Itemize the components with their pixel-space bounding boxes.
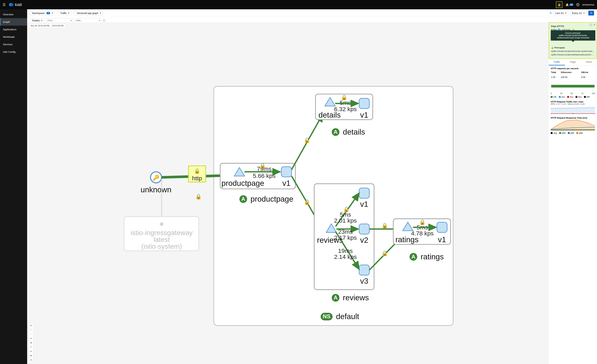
namespace-selector[interactable]: Namespace: 2 ▼ [30,11,55,15]
principal-2[interactable]: spiffe://cluster.local/ns/default/sa/boo… [551,54,595,56]
principal-1[interactable]: spiffe://cluster.local/ns/enroute-system… [551,50,595,52]
layout-6-button[interactable]: ✸ [29,354,33,358]
svg-text:v1: v1 [360,111,368,119]
app-badge-reviews[interactable]: A reviews [332,293,369,302]
layout-5-button[interactable]: ✷ [29,349,33,354]
graph-svg[interactable]: 🔑 unknown 🔒 http 🔒 ✱ istio-ingressgatewa… [27,22,597,364]
panel-settings-icon[interactable]: ⚙ [593,24,595,26]
svg-point-50 [572,113,573,114]
ingress-line1: istio-ingressgateway [131,229,193,237]
svg-text:🔒: 🔒 [382,222,388,229]
namespace-label: Namespace: [32,12,45,15]
refresh-interval-label: Every 1m [572,12,582,15]
masthead-tools: 🔒 🔔 1 ? anonymous [556,1,594,8]
notifications-button[interactable]: 🔔 1 [566,3,573,6]
display-label: Display [32,19,40,22]
caret-down-icon: ▼ [100,12,101,14]
layout-2-button[interactable]: ⇉ [29,336,33,341]
fit-button[interactable]: ⊕ [29,323,33,328]
layout-4-button[interactable]: ✶ [29,345,33,349]
svg-text:details: details [318,111,341,119]
side-panel: ? ⚙ Edge (HTTP) From: U unknown 🔒 To: So… [549,22,597,364]
time-range-selector[interactable]: Last 1m ▼ [554,11,569,15]
svg-text:2.17 kps: 2.17 kps [334,234,357,241]
refresh-interval-selector[interactable]: Every 1m ▼ [570,11,587,15]
rps-section-title: HTTP requests per second: [551,67,595,70]
caret-down-icon: ▼ [51,12,53,14]
zoom-button[interactable]: ⤢ [29,328,33,332]
brand-logo-icon [9,2,14,7]
traffic-selector[interactable]: Traffic ▼ [58,11,71,15]
workload-square-icon[interactable] [359,224,369,234]
brand-logo[interactable]: kiali [9,2,22,7]
refresh-button[interactable]: ⟳ [588,11,594,15]
workload-square-icon[interactable] [437,222,447,232]
find-dropdown-toggle[interactable]: ▾ [70,20,73,22]
workload-square-icon[interactable] [359,188,369,198]
svg-text:🔒: 🔒 [304,199,310,205]
svg-text:A: A [334,129,338,135]
app-badge-ratings[interactable]: A ratings [409,252,444,261]
minmax-title: HTTP Request Traffic min / max: [551,101,595,103]
svg-text:A: A [411,254,415,260]
svg-text:details: details [343,128,365,136]
workload-square-icon[interactable] [359,98,369,109]
mtls-lock-button[interactable]: 🔒 [556,1,563,8]
tab-hosts[interactable]: Hosts [581,59,597,65]
svg-text:A: A [334,294,338,301]
graph-type-selector[interactable]: Versioned app graph ▼ [75,11,103,15]
help-button[interactable]: ? [576,3,579,6]
svg-text:v2: v2 [360,236,368,244]
traffic-label: Traffic [60,12,67,15]
svg-text:5ms: 5ms [340,99,351,106]
sidebar-item-services[interactable]: Services [0,41,27,48]
replay-icon[interactable]: ↻ [550,11,552,15]
layout-1-button[interactable]: → [29,332,33,336]
hide-input[interactable] [75,18,98,23]
find-input[interactable] [46,18,70,23]
caret-down-icon: ▼ [68,12,70,14]
principals-label: Principals: [554,46,565,49]
legend-toggle-button[interactable]: ☰ [29,358,33,362]
namespace-badge[interactable]: NS default [321,312,359,321]
rt-title: HTTP Request Response Time (ms) [551,117,595,119]
productpage-label: productpage [221,179,264,187]
sidebar-item-overview[interactable]: Overview [0,11,27,18]
username-label[interactable]: anonymous [582,3,594,6]
tab-flags[interactable]: Flags [565,59,581,65]
td-error: 0.00 [581,75,595,79]
graph-node-unknown-label: unknown [141,185,172,194]
workload-square-icon[interactable] [281,167,292,177]
lock-icon: 🔒 [558,3,561,6]
notifications-count: 1 [570,3,573,6]
edge-title: Edge (HTTP) [551,25,564,27]
svg-point-54 [573,127,573,128]
edge-summary-section: ? ⚙ Edge (HTTP) From: U unknown 🔒 To: So… [549,22,597,59]
sidebar-item-graph[interactable]: Graph [0,18,27,26]
sidebar-item-workloads[interactable]: Workloads [0,33,27,41]
workload-square-icon[interactable] [359,265,369,275]
svg-point-53 [573,129,573,130]
panel-help-icon[interactable]: ? [589,24,592,26]
find-input-wrap: ▾ [46,18,73,23]
display-selector[interactable]: Display ▼ [30,18,44,23]
hamburger-icon[interactable]: ☰ [3,3,6,7]
response-time-chart [551,119,595,131]
graph-canvas-area: Nov 26, 03:52:38 PM ... 03:53:38 PM 🔑 un… [27,22,597,364]
namespace-count-badge: 2 [47,12,50,14]
graph-type-label: Versioned app graph [77,12,98,15]
masthead: ☰ kiali 🔒 🔔 1 ? anonymous [0,0,597,9]
svg-text:ratings: ratings [395,235,418,244]
tab-traffic[interactable]: Traffic [549,59,565,65]
sidebar-item-applications[interactable]: Applications [0,26,27,33]
hide-dropdown-toggle[interactable]: ▾ [98,20,101,22]
mtls-lock-icon-dim: 🔒 [195,194,202,200]
svg-text:productpage: productpage [251,195,293,203]
svg-text:ratings: ratings [421,252,444,261]
find-hide-help-icon[interactable]: i [103,19,105,22]
svg-text:✱: ✱ [159,221,164,227]
sidebar-item-istio-config[interactable]: Istio Config [0,48,27,55]
layout-3-button[interactable]: ⇶ [29,341,33,345]
svg-text:2.14 kps: 2.14 kps [334,253,357,260]
app-badge-details[interactable]: A details [332,128,365,136]
